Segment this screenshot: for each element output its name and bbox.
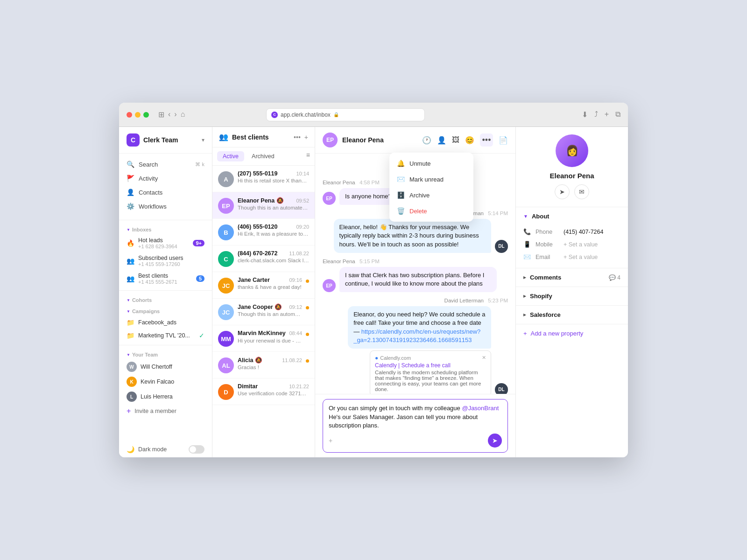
list-item[interactable]: JC Jane Cooper 🔕 09:12 Though this is an… [212,299,315,325]
share-icon[interactable]: ⤴ [594,110,598,119]
close-button[interactable] [127,112,132,118]
dropdown-item-delete[interactable]: 🗑️ Delete [389,203,473,219]
sidebar-logo: C [127,133,140,147]
campaign-marketing[interactable]: 📁 Marketing TVL '20... ✓ [119,329,212,342]
shopify-section[interactable]: ▶ Shopify [516,287,628,306]
dark-mode-toggle[interactable] [189,445,204,454]
conv-time: 10:14 [296,171,309,176]
sidebar-item-label: Activity [139,175,158,182]
link[interactable]: https://calendly.com/hc/en-us/requests/n… [353,328,480,343]
archive-icon: 🗄️ [397,191,405,199]
mobile-property: 📱 Mobile + Set a value [523,238,620,251]
list-item[interactable]: D Dimitar 10.21.22 Use verification code… [212,378,315,405]
dropdown-item-mark-unread[interactable]: ✉️ Mark unread [389,171,473,187]
cohorts-section-header[interactable]: ▼ Cohorts [119,294,212,305]
plus-icon[interactable]: + [329,437,332,444]
home-icon[interactable]: ⌂ [181,110,185,119]
list-item[interactable]: AL Alicia 🔕 11.08.22 Gracias ! [212,352,315,378]
your-team-section-header[interactable]: ▼ Your team [119,348,212,359]
card-link[interactable]: Calendly | Schedule a free call [375,362,486,369]
ellipsis-icon[interactable]: ••• [294,133,301,141]
avatar: JC [218,278,234,294]
sidebar-toggle-icon[interactable]: ⊞ [158,110,164,119]
tabs-icon[interactable]: ⧉ [615,110,620,119]
inbox-item-best-clients[interactable]: 👥 Best clients +1 415 555-2671 5 [119,270,212,287]
maximize-button[interactable] [143,112,149,118]
message-action-button[interactable]: ➤ [555,184,570,199]
chat-header-actions: 🕐 👤 🖼 😊 ••• 📄 [422,133,508,147]
download-icon[interactable]: ⬇ [582,110,588,119]
chat-input-box[interactable]: Or you can simply get in touch with my c… [323,399,508,453]
add-property-label: Add a new property [531,330,584,337]
email-value[interactable]: + Set a value [564,254,620,260]
team-member-kevin[interactable]: K Kevin Falcao [119,374,212,389]
dropdown-item-label: Mark unread [409,176,444,183]
team-member-luis[interactable]: L Luis Herrera [119,389,212,404]
more-options-button[interactable]: ••• [480,133,493,147]
campaign-label: Facebook_ads [138,319,204,326]
dropdown-item-unmute[interactable]: 🔔 Unmute [389,155,473,171]
chevron-down-icon[interactable]: ▾ [202,137,204,143]
conv-content: Alicia 🔕 11.08.22 Gracias ! [238,357,302,370]
close-icon[interactable]: ✕ [482,355,486,361]
search-icon: 🔍 [127,161,134,168]
tab-archived[interactable]: Archived [246,151,280,161]
hot-leads-icon: 🔥 [127,239,134,247]
salesforce-section[interactable]: ▶ Salesforce [516,306,628,324]
about-section-toggle[interactable]: ▼ About [516,207,628,225]
list-item[interactable]: EP Eleanor Pena 🔕 09:52 Though this is a… [212,192,315,219]
chat-contact-avatar: EP [323,133,338,147]
forward-icon[interactable]: › [174,110,176,119]
minimize-button[interactable] [135,112,141,118]
list-item[interactable]: C (844) 670-2672 11.08.22 clerk-chat.sla… [212,245,315,272]
tab-active[interactable]: Active [217,151,244,161]
inbox-item-hot-leads[interactable]: 🔥 Hot leads +1 628 629-3964 9+ [119,234,212,252]
message-sender: David Letterman 5:23 PM [323,298,508,303]
email-action-button[interactable]: ✉ [574,184,589,199]
dropdown-item-archive[interactable]: 🗄️ Archive [389,187,473,203]
sidebar-header[interactable]: C Clerk Team ▾ [119,127,212,154]
address-bar[interactable]: C app.clerk.chat/inbox 🔒 [266,108,425,121]
conversations-title: Best clients [232,133,290,141]
add-property-button[interactable]: + Add a new property [516,324,628,343]
url-text: app.clerk.chat/inbox [281,112,331,118]
conv-time: 08:44 [289,330,302,336]
list-item[interactable]: MM Marvin McKinney 08:44 Hi your renewal… [212,325,315,352]
unread-dot [306,280,309,283]
add-conversation-icon[interactable]: + [304,133,308,141]
conv-preview: Hi this is retail store X thanks for con… [238,178,309,183]
clock-icon[interactable]: 🕐 [422,136,431,145]
sidebar-item-activity[interactable]: 🚩 Activity [119,171,212,185]
list-item[interactable]: B (406) 555-0120 09:20 Hi Erik, It was a… [212,219,315,245]
send-button[interactable]: ➤ [488,434,502,448]
avatar: W [127,362,137,372]
back-icon[interactable]: ‹ [168,110,170,119]
conv-time: 10.21.22 [289,384,309,389]
conv-time: 09:16 [289,277,302,283]
inboxes-section-header[interactable]: ▼ Inboxes [119,223,212,234]
right-panel: 👩 Eleanor Pena ➤ ✉ ▼ About 📞 Phone [516,127,628,457]
mobile-value[interactable]: + Set a value [564,241,620,248]
new-tab-icon[interactable]: + [605,110,609,119]
prop-label: Phone [536,229,559,235]
sidebar-item-workflows[interactable]: ⚙️ Workflows [119,199,212,213]
emoji-icon[interactable]: 😊 [465,136,474,145]
list-item[interactable]: JC Jane Carter 09:16 thanks & have a gre… [212,272,315,299]
list-item[interactable]: A (207) 555-0119 10:14 Hi this is retail… [212,166,315,192]
avatar: MM [218,331,234,347]
sidebar-item-contacts[interactable]: 👤 Contacts [119,185,212,199]
image-icon[interactable]: 🖼 [452,136,459,144]
inbox-item-subscribed[interactable]: 👥 Subscribed users +1 415 559-17260 [119,252,212,270]
assign-icon[interactable]: 👤 [437,136,446,145]
team-member-will[interactable]: W Will Chertoff [119,359,212,374]
campaigns-section-header[interactable]: ▼ Campaigns [119,305,212,316]
chat-input-area: Or you can simply get in touch with my c… [315,394,515,457]
comments-section[interactable]: ▶ Comments 💬 4 [516,268,628,287]
filter-icon[interactable]: ≡ [306,151,310,161]
sidebar-item-search[interactable]: 🔍 Search ⌘ k [119,157,212,171]
note-icon[interactable]: 📄 [499,136,508,145]
campaign-facebook[interactable]: 📁 Facebook_ads [119,316,212,329]
invite-member-button[interactable]: + Invite a member [119,404,212,418]
conv-name: (406) 555-0120 [238,224,277,230]
chat-input-text[interactable]: Or you can simply get in touch with my c… [329,404,502,430]
